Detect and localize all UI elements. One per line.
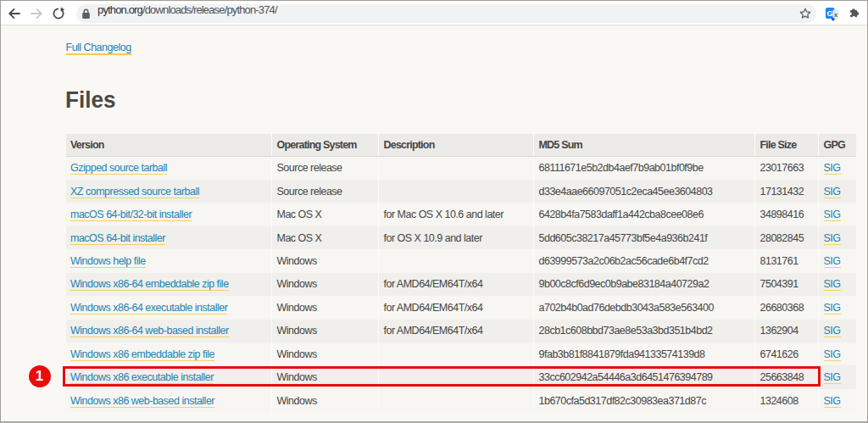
svg-text:G: G (827, 8, 833, 18)
svg-text:x: x (834, 11, 838, 19)
